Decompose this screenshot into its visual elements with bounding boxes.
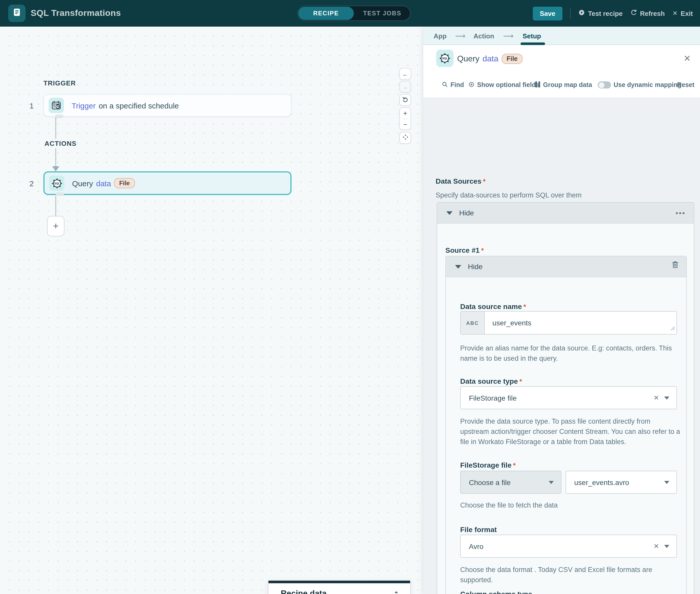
fit-to-screen-button[interactable] [399,132,411,144]
panel-toolbar: Find Show optional fields Group map data… [423,72,700,98]
recipe-data-accent-bar [269,581,410,583]
arrow-right-icon: ⟶ [503,27,513,45]
action-data-link[interactable]: data [96,179,111,188]
data-sources-box: Hide ••• Source #1* Hide [437,202,694,594]
trigger-description: on a specified schedule [99,101,179,110]
active-tab-underline [521,42,545,45]
connector-nub [56,192,64,196]
step-number: 1 [23,101,34,110]
header-divider [570,8,571,19]
add-step-button[interactable]: + [47,216,64,236]
search-icon [442,81,448,89]
test-recipe-button[interactable]: Test recipe [578,9,623,18]
data-sources-description: Specify data-sources to perform SQL over… [435,190,691,201]
recipe-data-title: Recipe data [281,589,327,594]
recipe-canvas[interactable]: TRIGGER 1 Trigger on a specified sc [0,27,423,594]
recipe-data-panel[interactable]: Recipe data Use data from a previous ste… [268,580,411,594]
source-1-box: Hide [445,256,687,594]
file-chooser-dropdown[interactable]: Choose a file [460,471,561,494]
target-circle-icon [468,81,475,89]
query-data-step-card[interactable]: SQL Query data File [43,171,291,195]
trigger-section-label: TRIGGER [43,79,76,87]
clear-icon[interactable]: ✕ [654,535,659,557]
reset-button[interactable]: Reset [677,72,694,98]
filestorage-file-help: Choose the file to fetch the data [460,500,680,510]
group-map-data-button[interactable]: Group map data [535,72,592,98]
nav-back-button[interactable]: ← [399,68,411,80]
data-source-name-input[interactable]: user_events [492,311,531,334]
selected-value: Avro [469,535,484,557]
nav-forward-button[interactable]: → [399,81,411,93]
action-data-link[interactable]: data [483,54,498,63]
document-icon [12,7,22,20]
delete-source-button[interactable] [671,260,679,271]
resize-handle-icon[interactable] [670,323,675,333]
app-logo[interactable] [8,5,26,22]
trigger-app-link[interactable]: Trigger [72,101,96,110]
data-source-type-select[interactable]: FileStorage file ✕ [460,386,677,409]
save-button[interactable]: Save [532,6,562,20]
source-1-label: Source #1* [445,246,484,254]
arrow-right-icon: → [402,83,408,90]
setup-form: Data Sources* Specify data-sources to pe… [423,98,700,594]
recipe-testjobs-toggle: RECIPE TEST JOBS [297,6,411,21]
svg-text:SQL: SQL [442,57,448,60]
top-bar: SQL Transformations RECIPE TEST JOBS Sav… [0,0,700,27]
clear-icon[interactable]: ✕ [654,387,659,409]
file-value-dropdown[interactable]: user_events.avro [565,471,677,494]
close-panel-button[interactable]: ✕ [684,45,691,72]
undo-icon [402,96,409,104]
drag-handle-icon[interactable] [393,591,400,594]
zoom-out-button[interactable]: − [400,119,411,129]
connector-line [55,196,56,216]
dynamic-mapping-toggle[interactable]: Use dynamic mapping [598,72,681,98]
data-source-name-field: ABC user_events [460,311,677,335]
trigger-step-card[interactable]: Trigger on a specified schedule [43,94,291,117]
step-title: Query data File [457,45,523,72]
find-button[interactable]: Find [442,72,464,98]
exit-button[interactable]: ✕ Exit [672,9,693,17]
data-source-type-help: Provide the data source type. To pass fi… [460,417,680,447]
breadcrumb-action[interactable]: Action [474,27,494,45]
data-source-type-label: Data source type* [460,377,522,385]
actions-section-label: ACTIONS [44,140,76,147]
file-format-label: File format [460,525,497,534]
app-root: SQL Transformations RECIPE TEST JOBS Sav… [0,0,700,594]
filestorage-file-label: FileStorage file* [460,461,516,469]
data-sources-collapse-header[interactable]: Hide ••• [437,203,694,224]
source-1-collapse-header[interactable]: Hide [446,256,686,277]
undo-button[interactable] [399,94,411,106]
setup-panel: App ⟶ Action ⟶ Setup [423,27,700,594]
refresh-button[interactable]: Refresh [630,9,665,18]
chevron-down-icon [664,545,669,548]
zoom-controls: + − [399,107,411,130]
columns-icon [535,81,540,89]
text-type-addon: ABC [461,311,485,334]
dynamic-mapping-label: Use dynamic mapping [614,81,681,89]
breadcrumb-app[interactable]: App [433,27,447,45]
tab-test-jobs[interactable]: TEST JOBS [354,6,410,21]
play-circle-icon [578,9,585,18]
step-number: 2 [23,179,34,188]
toggle-off-icon[interactable] [598,81,611,89]
collapse-label: Hide [459,209,474,217]
refresh-label: Refresh [640,9,665,17]
overflow-menu-icon[interactable]: ••• [676,203,686,223]
collapse-label: Hide [468,262,483,271]
group-map-label: Group map data [543,81,592,89]
tab-recipe[interactable]: RECIPE [298,7,354,20]
find-label: Find [451,81,464,89]
file-format-select[interactable]: Avro ✕ [460,535,677,558]
connector-line [55,117,56,139]
zoom-in-button[interactable]: + [400,108,411,119]
show-optional-label: Show optional fields [477,81,539,89]
selected-value: Choose a file [469,471,511,493]
connector-line [55,148,56,167]
step-header: SQL Query data File ✕ [423,45,700,72]
test-recipe-label: Test recipe [588,9,623,17]
show-optional-fields-button[interactable]: Show optional fields [468,72,539,98]
chevron-down-icon [455,265,461,268]
fit-screen-icon [402,134,408,142]
chevron-down-icon [446,211,453,214]
file-badge: File [114,178,135,188]
